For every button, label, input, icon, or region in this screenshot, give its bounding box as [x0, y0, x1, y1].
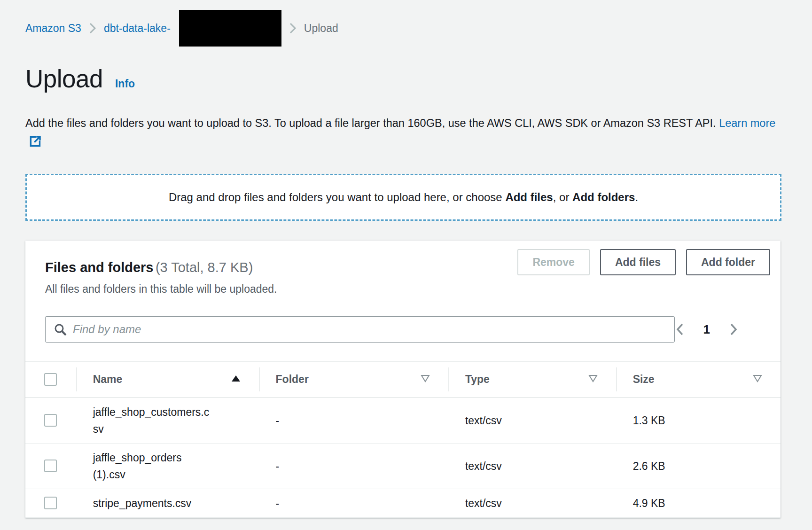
previous-page-button[interactable] [675, 322, 685, 337]
sort-ascending-icon [231, 374, 241, 384]
column-header-size[interactable]: Size [616, 362, 781, 398]
row-checkbox[interactable] [44, 497, 57, 509]
card-counter: (3 Total, 8.7 KB) [156, 260, 253, 275]
add-folder-button[interactable]: Add folder [686, 249, 770, 275]
file-folder: - [259, 489, 448, 517]
page-number[interactable]: 1 [703, 322, 710, 337]
select-all-checkbox[interactable] [44, 373, 57, 386]
sort-down-icon [752, 374, 763, 384]
column-header-type[interactable]: Type [448, 362, 616, 398]
file-size: 1.3 KB [616, 398, 781, 444]
external-link-icon [29, 134, 42, 153]
chevron-right-icon [89, 22, 96, 35]
breadcrumb-current-upload: Upload [304, 22, 338, 35]
sort-down-icon [420, 374, 430, 384]
page-description: Add the files and folders you want to up… [25, 114, 780, 153]
file-name: jaffle_shop_orders (1).csv [93, 449, 211, 483]
info-link[interactable]: Info [115, 78, 135, 90]
pagination: 1 [675, 322, 761, 337]
remove-button[interactable]: Remove [517, 249, 589, 275]
search-icon [54, 323, 68, 339]
files-table: Name Folder [25, 361, 781, 518]
add-files-button[interactable]: Add files [600, 249, 676, 275]
sort-down-icon [588, 374, 598, 384]
file-type: text/csv [448, 443, 616, 489]
file-size: 4.9 KB [616, 489, 781, 517]
file-size: 2.6 KB [616, 443, 781, 489]
redaction-box [179, 10, 281, 47]
file-name: jaffle_shop_customers.csv [93, 404, 211, 437]
file-folder: - [259, 398, 448, 444]
table-row: stripe_payments.csv - text/csv 4.9 KB [25, 489, 781, 517]
page-title: Upload [25, 62, 103, 96]
breadcrumb-link-amazon-s3[interactable]: Amazon S3 [25, 22, 81, 35]
table-row: jaffle_shop_customers.csv - text/csv 1.3… [25, 398, 781, 444]
chevron-right-icon [289, 22, 297, 35]
file-name: stripe_payments.csv [93, 495, 211, 512]
description-text: Add the files and folders you want to up… [25, 117, 716, 129]
next-page-button[interactable] [729, 322, 738, 337]
column-header-name[interactable]: Name [76, 362, 259, 398]
breadcrumb: Amazon S3 dbt-data-lake- Upload [25, 19, 812, 38]
row-checkbox[interactable] [44, 414, 57, 427]
card-title: Files and folders [45, 260, 153, 275]
drag-drop-zone[interactable]: Drag and drop files and folders you want… [25, 174, 781, 221]
file-type: text/csv [448, 489, 616, 517]
table-row: jaffle_shop_orders (1).csv - text/csv 2.… [25, 443, 781, 489]
row-checkbox[interactable] [44, 460, 57, 472]
breadcrumb-link-bucket[interactable]: dbt-data-lake- [104, 22, 171, 35]
search-input[interactable] [45, 316, 675, 343]
files-and-folders-card: Files and folders (3 Total, 8.7 KB) All … [25, 241, 781, 518]
file-folder: - [259, 443, 448, 489]
card-subtitle: All files and folders in this table will… [45, 283, 761, 296]
dropzone-text: Drag and drop files and folders you want… [169, 191, 638, 204]
column-header-folder[interactable]: Folder [259, 362, 448, 398]
table-header-row: Name Folder [25, 362, 781, 398]
file-type: text/csv [448, 398, 616, 444]
